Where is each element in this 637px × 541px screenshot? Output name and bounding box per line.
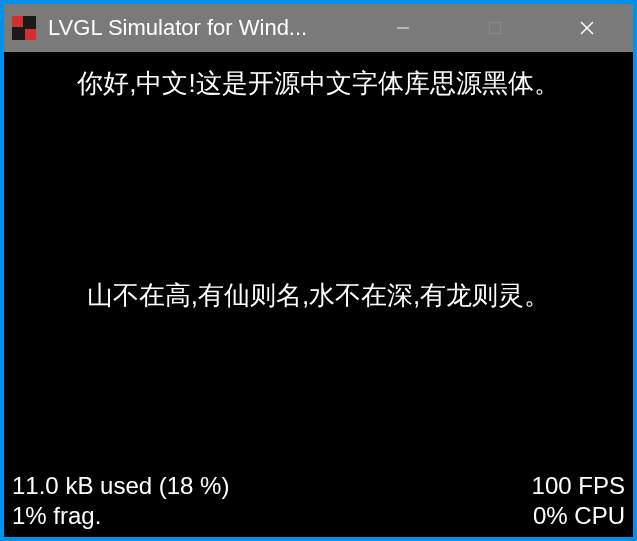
fps-label: 100 FPS: [532, 471, 625, 501]
svg-rect-1: [12, 16, 23, 27]
cpu-label: 0% CPU: [532, 501, 625, 531]
minimize-button[interactable]: [357, 4, 449, 52]
close-button[interactable]: [541, 4, 633, 52]
memory-used-label: 11.0 kB used (18 %): [12, 471, 229, 501]
titlebar[interactable]: LVGL Simulator for Wind...: [4, 4, 633, 52]
performance-monitor: 11.0 kB used (18 %) 1% frag. 100 FPS 0% …: [12, 471, 625, 531]
fragmentation-label: 1% frag.: [12, 501, 229, 531]
window-controls: [357, 4, 633, 52]
text-label-1: 你好,中文!这是开源中文字体库思源黑体。: [4, 66, 633, 101]
simulator-viewport: 你好,中文!这是开源中文字体库思源黑体。 山不在高,有仙则名,水不在深,有龙则灵…: [4, 52, 633, 537]
app-icon: [12, 16, 36, 40]
svg-rect-4: [490, 23, 501, 34]
application-window: LVGL Simulator for Wind... 你好,中文!这是开源中文字…: [4, 4, 633, 537]
window-title: LVGL Simulator for Wind...: [48, 15, 357, 41]
svg-rect-2: [25, 29, 36, 40]
text-label-2: 山不在高,有仙则名,水不在深,有龙则灵。: [4, 278, 633, 313]
memory-stats: 11.0 kB used (18 %) 1% frag.: [12, 471, 229, 531]
maximize-button[interactable]: [449, 4, 541, 52]
render-stats: 100 FPS 0% CPU: [532, 471, 625, 531]
